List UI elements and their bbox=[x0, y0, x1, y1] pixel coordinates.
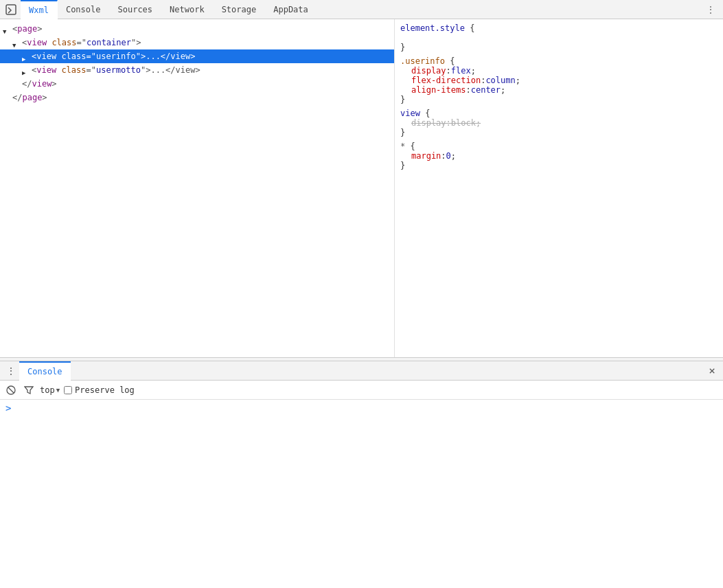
console-filter-button[interactable] bbox=[22, 383, 36, 397]
svg-line-2 bbox=[8, 387, 14, 393]
more-button[interactable]: ⋮ bbox=[701, 0, 720, 19]
top-tab-bar: Wxml Console Sources Network Storage App… bbox=[0, 0, 723, 19]
css-panel: element.style { } .userinfo { display:fl… bbox=[395, 19, 723, 357]
svg-marker-3 bbox=[25, 387, 33, 394]
xml-tree-panel: <page> <view class="container"> <view cl… bbox=[0, 19, 395, 357]
console-level-label: top bbox=[40, 385, 55, 395]
css-rule: * { margin:0; } bbox=[400, 142, 718, 170]
triangle-icon[interactable] bbox=[22, 52, 30, 60]
css-rule: .userinfo { display:flex; flex-direction… bbox=[400, 56, 718, 104]
css-selector-line: view { bbox=[400, 109, 718, 118]
tree-row[interactable]: </view> bbox=[0, 77, 394, 91]
console-level-select[interactable]: top ▼ bbox=[40, 385, 60, 395]
tab-wxml[interactable]: Wxml bbox=[21, 0, 58, 19]
tree-row-selected[interactable]: <view class="userinfo">...</view> bbox=[0, 49, 394, 63]
console-preserve-log[interactable]: Preserve log bbox=[64, 385, 135, 395]
css-selector-line: element.style { bbox=[400, 23, 718, 33]
triangle-icon[interactable] bbox=[22, 66, 30, 74]
css-rule: element.style { } bbox=[400, 23, 718, 52]
tab-bar-right: ⋮ bbox=[701, 0, 720, 19]
console-prompt: > bbox=[5, 403, 718, 414]
css-selector-line: .userinfo { bbox=[400, 56, 718, 66]
triangle-icon[interactable] bbox=[3, 25, 11, 33]
console-tab-bar: ⋮ Console × bbox=[0, 361, 723, 381]
tab-network[interactable]: Network bbox=[161, 0, 214, 19]
console-menu-icon[interactable]: ⋮ bbox=[3, 361, 19, 381]
preserve-log-checkbox[interactable] bbox=[64, 386, 72, 394]
console-panel: ⋮ Console × top ▼ Preserve log > bbox=[0, 361, 723, 588]
tab-appdata[interactable]: AppData bbox=[265, 0, 317, 19]
tab-sources[interactable]: Sources bbox=[109, 0, 161, 19]
tree-row[interactable]: <view class="container"> bbox=[0, 36, 394, 49]
triangle-icon[interactable] bbox=[12, 38, 21, 47]
css-selector-line: * { bbox=[400, 142, 718, 151]
console-prompt-symbol: > bbox=[5, 403, 11, 414]
console-body[interactable]: > bbox=[0, 400, 723, 588]
console-clear-button[interactable] bbox=[4, 383, 18, 397]
console-level-arrow: ▼ bbox=[56, 387, 60, 394]
console-close-button[interactable]: × bbox=[704, 361, 720, 381]
console-toolbar: top ▼ Preserve log bbox=[0, 381, 723, 400]
tree-row[interactable]: </page> bbox=[0, 91, 394, 104]
main-content: <page> <view class="container"> <view cl… bbox=[0, 19, 723, 357]
preserve-log-label: Preserve log bbox=[75, 385, 135, 395]
console-tab[interactable]: Console bbox=[19, 361, 71, 381]
devtools-icon bbox=[3, 0, 19, 19]
tab-storage[interactable]: Storage bbox=[214, 0, 266, 19]
css-rule: view { display:block; } bbox=[400, 109, 718, 137]
tree-row[interactable]: <page> bbox=[0, 22, 394, 36]
tree-row[interactable]: <view class="usermotto">...</view> bbox=[0, 63, 394, 77]
tab-console[interactable]: Console bbox=[58, 0, 110, 19]
